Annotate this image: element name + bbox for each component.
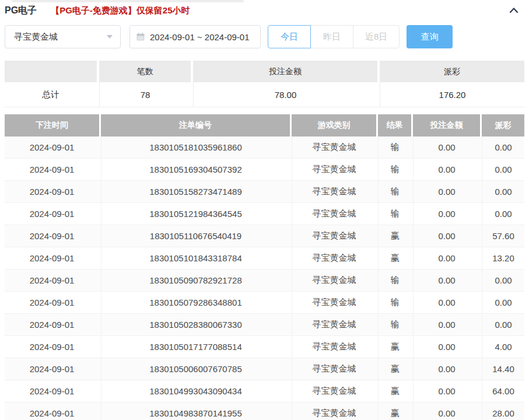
record-order-no-cell: 1830104993043090434 bbox=[101, 380, 290, 402]
table-row: 2024-09-01 1830105181035961860 寻宝黄金城 输 0… bbox=[5, 136, 524, 159]
record-time-cell: 2024-09-01 bbox=[5, 203, 99, 225]
record-game-cell: 寻宝黄金城 bbox=[292, 247, 376, 269]
table-row: 2024-09-01 1830105158273471489 寻宝黄金城 输 0… bbox=[5, 181, 524, 203]
record-bet-cell: 0.00 bbox=[413, 270, 480, 291]
record-payout-cell: 0.00 bbox=[482, 181, 524, 202]
table-row: 2024-09-01 1830105006007670785 寻宝黄金城 赢 0… bbox=[5, 358, 524, 380]
query-button[interactable]: 查询 bbox=[407, 25, 453, 48]
record-result-cell: 输 bbox=[378, 314, 411, 335]
record-result-cell: 赢 bbox=[378, 380, 411, 402]
record-payout-cell: 57.60 bbox=[482, 225, 524, 247]
table-row: 2024-09-01 1830105121984364545 寻宝黄金城 输 0… bbox=[5, 203, 524, 225]
record-payout-cell: 64.00 bbox=[482, 380, 524, 402]
record-bet-cell: 0.00 bbox=[413, 292, 480, 313]
chevron-down-icon bbox=[107, 35, 113, 38]
summary-header-count: 笔数 bbox=[99, 61, 191, 82]
record-result-cell: 输 bbox=[378, 203, 411, 225]
record-payout-cell: 28.00 bbox=[482, 402, 524, 420]
record-order-no-cell: 1830105101843318784 bbox=[101, 247, 290, 269]
record-result-cell: 输 bbox=[378, 181, 411, 202]
records-header-row: 下注时间 注单编号 游戏类别 结果 投注金额 派彩 bbox=[5, 114, 524, 136]
record-payout-cell: 13.20 bbox=[482, 247, 524, 269]
record-time-cell: 2024-09-01 bbox=[5, 314, 99, 335]
records-header-bet: 投注金额 bbox=[413, 114, 480, 136]
record-game-cell: 寻宝黄金城 bbox=[292, 203, 376, 225]
records-header-result: 结果 bbox=[378, 114, 411, 136]
range-button-yesterday[interactable]: 昨日 bbox=[310, 25, 353, 48]
summary-header-blank bbox=[5, 61, 97, 82]
filter-row: 寻宝黄金城 2024-09-01 ~ 2024-09-01 今日 昨日 近8日 … bbox=[5, 25, 524, 48]
record-result-cell: 输 bbox=[378, 292, 411, 313]
record-order-no-cell: 1830105110676540419 bbox=[101, 225, 290, 247]
record-time-cell: 2024-09-01 bbox=[5, 336, 99, 358]
date-range-picker[interactable]: 2024-09-01 ~ 2024-09-01 bbox=[129, 25, 261, 48]
summary-total-count: 78 bbox=[99, 82, 191, 107]
record-bet-cell: 0.00 bbox=[413, 380, 480, 402]
record-result-cell: 输 bbox=[378, 270, 411, 291]
record-result-cell: 赢 bbox=[378, 358, 411, 380]
record-bet-cell: 0.00 bbox=[413, 358, 480, 380]
record-result-cell: 输 bbox=[378, 136, 411, 158]
record-time-cell: 2024-09-01 bbox=[5, 247, 99, 269]
record-bet-cell: 0.00 bbox=[413, 314, 480, 335]
summary-header-bet-amount: 投注金额 bbox=[193, 61, 377, 82]
record-order-no-cell: 1830105121984364545 bbox=[101, 203, 290, 225]
game-select-value: 寻宝黄金城 bbox=[14, 32, 58, 43]
table-row: 2024-09-01 1830105110676540419 寻宝黄金城 赢 0… bbox=[5, 225, 524, 247]
records-header-order-no: 注单编号 bbox=[101, 114, 290, 136]
calendar-icon bbox=[136, 32, 145, 41]
record-payout-cell: 0.00 bbox=[482, 314, 524, 335]
record-game-cell: 寻宝黄金城 bbox=[292, 181, 376, 202]
record-time-cell: 2024-09-01 bbox=[5, 292, 99, 313]
table-row: 2024-09-01 1830104993043090434 寻宝黄金城 赢 0… bbox=[5, 380, 524, 402]
summary-table: 笔数 投注金额 派彩 总计 78 78.00 176.20 bbox=[5, 61, 524, 107]
record-bet-cell: 0.00 bbox=[413, 159, 480, 180]
record-game-cell: 寻宝黄金城 bbox=[292, 225, 376, 247]
collapse-button[interactable] bbox=[508, 5, 520, 16]
record-time-cell: 2024-09-01 bbox=[5, 136, 99, 158]
table-row: 2024-09-01 1830104983870141955 寻宝黄金城 赢 0… bbox=[5, 402, 524, 420]
record-payout-cell: 4.00 bbox=[482, 336, 524, 358]
quick-range-group: 今日 昨日 近8日 bbox=[268, 25, 400, 48]
date-range-value: 2024-09-01 ~ 2024-09-01 bbox=[150, 32, 250, 42]
summary-total-row: 总计 78 78.00 176.20 bbox=[5, 82, 524, 107]
record-bet-cell: 0.00 bbox=[413, 203, 480, 225]
record-game-cell: 寻宝黄金城 bbox=[292, 136, 376, 158]
records-table: 下注时间 注单编号 游戏类别 结果 投注金额 派彩 2024-09-01 183… bbox=[5, 114, 524, 420]
record-bet-cell: 0.00 bbox=[413, 247, 480, 269]
record-payout-cell: 14.40 bbox=[482, 358, 524, 380]
record-bet-cell: 0.00 bbox=[413, 225, 480, 247]
range-button-last8days[interactable]: 近8日 bbox=[353, 25, 400, 48]
record-game-cell: 寻宝黄金城 bbox=[292, 380, 376, 402]
summary-total-label: 总计 bbox=[5, 82, 97, 107]
table-row: 2024-09-01 1830105028380067330 寻宝黄金城 输 0… bbox=[5, 314, 524, 336]
record-time-cell: 2024-09-01 bbox=[5, 159, 99, 180]
record-result-cell: 输 bbox=[378, 159, 411, 180]
record-game-cell: 寻宝黄金城 bbox=[292, 270, 376, 291]
record-order-no-cell: 1830105017177088514 bbox=[101, 336, 290, 358]
record-bet-cell: 0.00 bbox=[413, 181, 480, 202]
game-select[interactable]: 寻宝黄金城 bbox=[5, 25, 121, 48]
records-header-payout: 派彩 bbox=[482, 114, 524, 136]
record-payout-cell: 0.00 bbox=[482, 136, 524, 158]
range-button-today[interactable]: 今日 bbox=[268, 25, 311, 48]
summary-total-payout: 176.20 bbox=[380, 82, 524, 107]
pg-records-panel: PG电子 【PG电子-免费游戏】仅保留25小时 寻宝黄金城 2024-09-01… bbox=[0, 0, 529, 420]
record-order-no-cell: 1830105181035961860 bbox=[101, 136, 290, 158]
record-order-no-cell: 1830105079286348801 bbox=[101, 292, 290, 313]
table-row: 2024-09-01 1830105101843318784 寻宝黄金城 赢 0… bbox=[5, 247, 524, 270]
table-row: 2024-09-01 1830105017177088514 寻宝黄金城 赢 0… bbox=[5, 336, 524, 358]
record-time-cell: 2024-09-01 bbox=[5, 270, 99, 291]
record-payout-cell: 0.00 bbox=[482, 270, 524, 291]
record-order-no-cell: 1830105090782921728 bbox=[101, 270, 290, 291]
record-bet-cell: 0.00 bbox=[413, 402, 480, 420]
record-result-cell: 赢 bbox=[378, 402, 411, 420]
notice-text: 【PG电子-免费游戏】仅保留25小时 bbox=[51, 5, 190, 16]
record-time-cell: 2024-09-01 bbox=[5, 225, 99, 247]
record-game-cell: 寻宝黄金城 bbox=[292, 358, 376, 380]
record-time-cell: 2024-09-01 bbox=[5, 358, 99, 380]
summary-header-payout: 派彩 bbox=[380, 61, 524, 82]
record-order-no-cell: 1830105169304507392 bbox=[101, 159, 290, 180]
records-table-body: 2024-09-01 1830105181035961860 寻宝黄金城 输 0… bbox=[5, 136, 524, 420]
records-header-time: 下注时间 bbox=[5, 114, 99, 136]
